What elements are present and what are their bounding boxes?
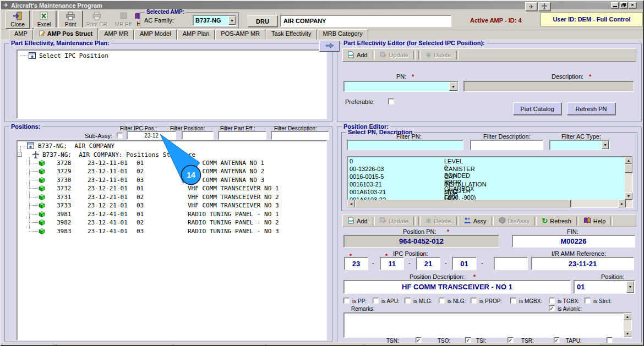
position-row[interactable]: 398323-12-41-0103RADIO TUNING PANEL - NO… bbox=[17, 228, 325, 235]
plan-tree[interactable]: Select IPC Position bbox=[17, 50, 327, 119]
collapse-icon[interactable]: - bbox=[17, 152, 22, 157]
pe-delete-button[interactable]: ✳ Delete bbox=[423, 216, 454, 226]
refresh-pn-button[interactable]: Refresh PN bbox=[567, 102, 615, 115]
scroll-down-icon[interactable]: ▼ bbox=[624, 330, 631, 337]
filter-pn-input[interactable] bbox=[347, 140, 463, 150]
taskbar-start-segment[interactable] bbox=[2, 344, 54, 346]
remarks-vscrollbar[interactable]: ▲ ▼ bbox=[624, 313, 631, 337]
is-mgbx-checkbox[interactable] bbox=[510, 298, 516, 304]
position-row[interactable]: 398123-12-41-0101RADIO TUNING PANEL - NO… bbox=[17, 211, 325, 218]
is-prop-checkbox[interactable] bbox=[471, 298, 477, 304]
pn-list-row[interactable]: 00-13226-03CANISTER BONDED PROP GEARBOX … bbox=[350, 166, 384, 172]
position-row[interactable]: 373123-12-21-0102VHF COMM TRANSCEIVER NO… bbox=[17, 194, 325, 201]
add-button[interactable]: Add bbox=[345, 51, 370, 60]
filter-part-eff-input[interactable] bbox=[218, 131, 266, 140]
is-pp-checkbox[interactable] bbox=[343, 298, 350, 304]
restore-button[interactable] bbox=[620, 2, 627, 8]
position-description-field[interactable]: HF COMM TRANSCEIVER - NO 1 bbox=[343, 280, 571, 294]
update-button[interactable]: Update bbox=[378, 51, 411, 60]
is-tgbx-checkbox[interactable] bbox=[549, 298, 555, 304]
fin-field[interactable]: M00226 bbox=[512, 235, 635, 248]
is-mlg-checkbox[interactable] bbox=[405, 298, 411, 304]
pe-add-button[interactable]: Add bbox=[345, 216, 370, 226]
scroll-right-icon[interactable]: ► bbox=[618, 200, 626, 207]
amm-reference-field[interactable]: 23-11-21 bbox=[531, 257, 634, 270]
tab-amp[interactable]: AMP bbox=[9, 29, 33, 40]
sub-assy-checkbox[interactable] bbox=[117, 133, 123, 139]
filter-ac-type-combobox[interactable] bbox=[549, 140, 610, 150]
tab-mrb-category[interactable]: MRB Category bbox=[318, 29, 368, 40]
tab-amp-pos-struct[interactable]: AMP Pos Struct bbox=[34, 28, 98, 40]
mr-eff-button[interactable]: MR Eff bbox=[111, 10, 135, 29]
filter-ac-type-dropdown-arrow[interactable]: ▼ bbox=[602, 141, 609, 149]
add-icon bbox=[347, 217, 354, 225]
disassy-button[interactable]: DisAssy bbox=[496, 216, 532, 226]
company-field[interactable]: AIR COMPANY bbox=[280, 15, 451, 27]
is-strct-checkbox[interactable] bbox=[585, 298, 591, 304]
position-row[interactable]: 372923-12-11-0102VHF COMM ANTENNA NO 2 bbox=[17, 168, 325, 175]
scroll-down-icon[interactable]: ▼ bbox=[625, 193, 632, 200]
is-avionic-checkbox[interactable]: ✓ bbox=[549, 305, 555, 311]
ipc-field-4[interactable]: 01 bbox=[452, 257, 477, 270]
hscroll-thumb[interactable] bbox=[355, 200, 571, 207]
pn-list-row[interactable]: 0016-0015-5CAP AY bbox=[350, 173, 384, 180]
scroll-up-icon[interactable]: ▲ bbox=[625, 157, 632, 164]
tab-pos-amp-mr[interactable]: POS-AMP MR bbox=[215, 29, 265, 40]
pn-list-vscrollbar[interactable]: ▲ ▼ bbox=[625, 157, 632, 200]
preferable-checkbox[interactable] bbox=[388, 98, 394, 105]
pn-list-hscrollbar[interactable]: ◄ ► bbox=[347, 200, 633, 207]
expand-arrow-button[interactable] bbox=[319, 41, 340, 52]
close-window-button[interactable]: × bbox=[629, 2, 636, 8]
remarks-textarea[interactable]: ▲ ▼ bbox=[343, 312, 632, 338]
ipc-field-1[interactable]: 23 bbox=[344, 257, 368, 270]
assy-button[interactable]: Assy bbox=[461, 216, 489, 226]
plane-tool-button-1[interactable]: ✈ bbox=[525, 2, 537, 11]
position-row[interactable]: 372823-12-11-0101VHF COMM ANTENNA NO 1 bbox=[17, 160, 325, 167]
ipc-field-3[interactable]: 21 bbox=[416, 257, 440, 270]
pn-combobox[interactable] bbox=[343, 81, 459, 92]
filter-ipc-input[interactable]: 23-12 bbox=[127, 131, 176, 140]
close-button[interactable]: Close bbox=[6, 10, 30, 29]
position-dropdown-arrow[interactable]: ▼ bbox=[626, 281, 634, 293]
tab-amp-model[interactable]: AMP Model bbox=[134, 29, 177, 40]
select-ipc-node[interactable]: Select IPC Position bbox=[39, 52, 108, 59]
position-row[interactable]: 373323-12-21-0103VHF COMM TRANSCEIVER NO… bbox=[17, 202, 325, 209]
part-catalog-button[interactable]: Part Catalog bbox=[513, 102, 561, 115]
pn-list-row[interactable]: 001A6103-21MLG LH (-800, -900) bbox=[350, 189, 386, 195]
positions-tree[interactable]: B737-NG; AIR COMPANY - B737-NG; AIR COMP… bbox=[17, 140, 327, 340]
print-cr-button[interactable]: Print CR bbox=[85, 10, 109, 29]
pn-listbox[interactable]: 0LEVEL 0 00-13226-03CANISTER BONDED PROP… bbox=[347, 156, 633, 208]
position-row[interactable]: 373023-12-11-0103VHF COMM ANTENNA NO 3 bbox=[17, 177, 325, 184]
taskbar-strip[interactable] bbox=[1, 343, 644, 346]
pn-list-row[interactable]: 0016103-21INSTALLATION - MLG LH (-800, -… bbox=[350, 181, 382, 188]
filter-position-input[interactable] bbox=[182, 131, 214, 140]
tab-task-effectivity[interactable]: Task Effectivity bbox=[266, 29, 317, 40]
dru-button[interactable]: DRU bbox=[248, 15, 277, 27]
is-nlg-checkbox[interactable] bbox=[439, 298, 445, 304]
position-row[interactable]: 398223-12-41-0102RADIO TUNING PANEL - NO… bbox=[17, 219, 325, 226]
vscroll-thumb[interactable] bbox=[625, 164, 632, 173]
plane-tool-button-2[interactable] bbox=[538, 2, 550, 11]
ipc-field-5[interactable] bbox=[494, 257, 528, 270]
is-apu-checkbox[interactable] bbox=[373, 298, 379, 304]
ipc-field-2[interactable]: 11 bbox=[380, 257, 404, 270]
excel-button[interactable]: Excel bbox=[32, 10, 56, 29]
print-button[interactable]: Print bbox=[58, 10, 83, 29]
pn-list-row[interactable]: 0LEVEL 0 bbox=[350, 158, 353, 164]
refresh-button[interactable]: ↻ Refresh bbox=[539, 217, 573, 225]
tab-amp-plan[interactable]: AMP Plan bbox=[177, 29, 215, 40]
position-row[interactable]: 373223-12-21-0101VHF COMM TRANSCEIVER NO… bbox=[17, 185, 325, 192]
scroll-up-icon[interactable]: ▲ bbox=[624, 313, 631, 320]
scroll-left-icon[interactable]: ◄ bbox=[347, 200, 355, 207]
pn-dropdown-arrow[interactable]: ▼ bbox=[449, 82, 457, 91]
filter-description-input[interactable] bbox=[271, 131, 329, 140]
pe-update-button[interactable]: Update bbox=[378, 216, 411, 226]
pe-filter-description-input[interactable] bbox=[470, 140, 543, 150]
minimize-button[interactable] bbox=[611, 2, 619, 8]
ac-family-dropdown-arrow[interactable]: ▼ bbox=[228, 16, 236, 25]
tab-amp-mr[interactable]: AMP MR bbox=[99, 29, 134, 40]
edit-note-icon bbox=[39, 30, 45, 37]
delete-button[interactable]: ✳ Delete bbox=[423, 51, 454, 60]
description-field[interactable] bbox=[463, 81, 634, 92]
pe-help-button[interactable]: Help bbox=[581, 216, 608, 226]
